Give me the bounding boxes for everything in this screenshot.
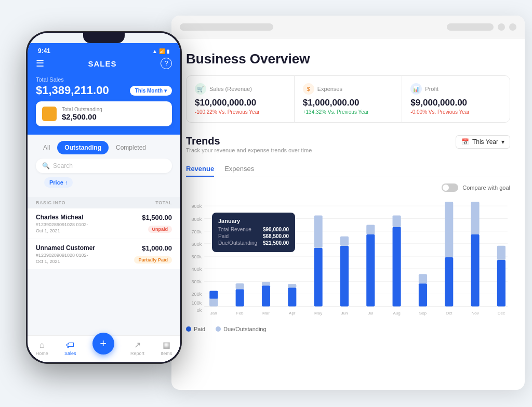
svg-text:200k: 200k <box>192 292 202 297</box>
col-basic-info: BASIC INFO <box>36 200 65 205</box>
svg-rect-38 <box>419 274 427 283</box>
filter-tab-outstanding[interactable]: Outstanding <box>57 141 109 154</box>
customer-id-1: #12390289091028 0102- <box>36 222 88 227</box>
customer-name-1: Charles Micheal <box>36 214 88 221</box>
tooltip-row-2: Paid $68,500.00 <box>218 233 289 239</box>
expenses-label: Expenses <box>317 86 342 92</box>
svg-text:0k: 0k <box>197 308 202 313</box>
price-filter-label: Price ↑ <box>49 179 68 186</box>
home-icon: ⌂ <box>39 340 45 350</box>
svg-text:Mar: Mar <box>262 311 270 316</box>
outstanding-value: $2,500.00 <box>62 112 102 121</box>
filter-tab-completed[interactable]: Completed <box>109 141 153 154</box>
svg-rect-36 <box>393 215 401 227</box>
compare-toggle[interactable] <box>442 183 458 192</box>
svg-rect-40 <box>445 202 453 257</box>
search-placeholder: Search <box>53 162 73 169</box>
phone-notch <box>83 33 125 43</box>
list-item[interactable]: Charles Micheal #12390289091028 0102- Oc… <box>28 208 180 239</box>
nav-items[interactable]: ▦ Items <box>161 340 172 356</box>
col-total: TOTAL <box>155 200 172 205</box>
topbar-circle-2 <box>509 23 516 31</box>
page-title: Business Overview <box>186 51 510 67</box>
customer-date-2: Oct 1, 2021 <box>36 259 95 264</box>
svg-text:300k: 300k <box>192 279 202 284</box>
customer-id-2: #12390289091028 0102- <box>36 253 95 258</box>
legend-outstanding: Due/Outstanding <box>216 326 267 332</box>
svg-text:Apr: Apr <box>289 311 296 316</box>
svg-text:400k: 400k <box>192 267 202 272</box>
outstanding-icon <box>42 107 57 121</box>
profit-change: -0.00% Vs. Previous Year <box>410 109 501 115</box>
month-selector[interactable]: This Month ▾ <box>130 86 172 96</box>
desktop-topbar <box>171 16 525 38</box>
tooltip-title: January <box>218 218 289 224</box>
svg-text:500k: 500k <box>192 254 202 259</box>
outstanding-info: Total Outstanding $2,500.00 <box>62 107 102 121</box>
customer-amount-2: $1,000.00 <box>134 244 172 252</box>
svg-rect-34 <box>366 225 375 234</box>
svg-rect-42 <box>471 202 480 234</box>
filter-tabs: All Outstanding Completed <box>28 135 180 159</box>
badge-unpaid: Unpaid <box>148 226 172 233</box>
svg-rect-22 <box>209 291 218 298</box>
trends-header: Trends Track your revenue and expense tr… <box>186 135 510 160</box>
chevron-down-icon: ▾ <box>164 88 167 94</box>
phone-screen: 9:41 ▲ 📶 ▮ ☰ SALES ? Total Sales <box>28 33 180 362</box>
svg-rect-33 <box>366 234 375 307</box>
svg-text:Jun: Jun <box>341 311 348 316</box>
svg-text:700k: 700k <box>192 229 202 234</box>
chart-container: 900k 800k 700k 600k 500k 400k 300k 200k … <box>186 197 510 322</box>
svg-text:May: May <box>314 311 322 316</box>
svg-text:Oct: Oct <box>446 311 453 316</box>
tab-revenue[interactable]: Revenue <box>186 162 214 177</box>
svg-text:600k: 600k <box>192 242 202 247</box>
metric-expenses: $ Expenses $1,000,000.00 +134.32% Vs. Pr… <box>295 76 403 122</box>
nav-report[interactable]: ↗ Report <box>130 340 144 356</box>
item-info-2: Unnamed Customer #12390289091028 0102- O… <box>36 244 95 264</box>
signal-icon: 📶 <box>159 48 165 54</box>
tab-expenses[interactable]: Expenses <box>224 162 254 177</box>
list-item[interactable]: Unnamed Customer #12390289091028 0102- O… <box>28 239 180 269</box>
total-sales-label: Total Sales <box>36 76 172 83</box>
search-bar[interactable]: 🔍 Search <box>36 159 172 173</box>
expenses-icon: $ <box>303 83 314 95</box>
svg-rect-35 <box>393 227 401 307</box>
year-selector[interactable]: 📅 This Year ▾ <box>456 135 510 149</box>
phone-frame: 9:41 ▲ 📶 ▮ ☰ SALES ? Total Sales <box>26 31 182 364</box>
price-filter[interactable]: Price ↑ <box>44 177 73 188</box>
filter-tab-all[interactable]: All <box>36 141 57 154</box>
customer-amount-1: $1,500.00 <box>142 214 172 221</box>
metrics-row: 🛒 Sales (Revenue) $10,000,000.00 -100.22… <box>186 75 510 123</box>
nav-sales[interactable]: 🏷 Sales <box>64 340 76 356</box>
search-icon: 🔍 <box>42 162 50 169</box>
nav-home[interactable]: ⌂ Home <box>36 340 48 356</box>
svg-rect-21 <box>209 298 218 306</box>
status-bar: 9:41 ▲ 📶 ▮ <box>28 43 180 55</box>
svg-text:Feb: Feb <box>236 311 244 316</box>
help-icon[interactable]: ? <box>161 58 172 69</box>
trends-subtitle: Track your revenue and expense trends ov… <box>186 147 312 153</box>
total-sales-value: $1,389,211.00 This Month ▾ <box>36 84 172 97</box>
profit-icon: 📊 <box>410 83 422 95</box>
battery-icon: ▮ <box>167 48 170 54</box>
svg-rect-43 <box>497 260 506 307</box>
outstanding-label: Total Outstanding <box>62 107 102 112</box>
svg-rect-41 <box>471 234 480 307</box>
list-header: BASIC INFO TOTAL <box>28 197 180 208</box>
desktop-content: Business Overview 🛒 Sales (Revenue) $10,… <box>171 38 525 390</box>
sales-icon: 🏷 <box>66 340 74 350</box>
svg-rect-24 <box>236 283 244 289</box>
report-icon: ↗ <box>134 340 141 350</box>
hamburger-icon[interactable]: ☰ <box>36 58 44 69</box>
expenses-change: +134.32% Vs. Previous Year <box>303 109 394 115</box>
revenue-label: Sales (Revenue) <box>209 86 252 92</box>
badge-partial: Partially Paid <box>134 256 172 264</box>
topbar-circle-1 <box>498 23 505 31</box>
chart-tabs: Revenue Expenses <box>186 162 510 177</box>
svg-text:Jul: Jul <box>368 311 373 316</box>
fab-add[interactable]: + <box>92 333 114 355</box>
svg-rect-31 <box>340 246 349 307</box>
chart-tooltip: January Total Revenue $90,000.00 Paid $6… <box>212 213 295 252</box>
svg-rect-28 <box>288 284 296 287</box>
